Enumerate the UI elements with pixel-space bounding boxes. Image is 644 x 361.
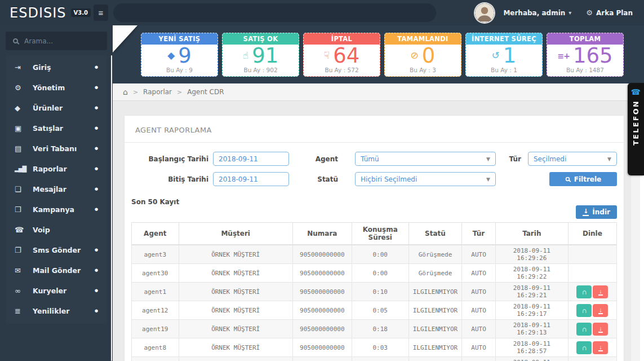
avatar-image: [475, 3, 494, 23]
user-menu[interactable]: Merhaba, admin ▾: [503, 9, 571, 17]
stat-card-satiş-ok[interactable]: SATIŞ OK☝91Bu Ay : 902: [222, 33, 299, 77]
number-cell: 905000000000: [292, 320, 352, 338]
stat-card-title: SATIŞ OK: [223, 33, 299, 45]
sms-icon: ❐: [15, 246, 27, 254]
banknote-icon: ▣: [15, 124, 27, 133]
customer-cell: ÖRNEK MÜŞTERİ: [179, 301, 292, 320]
start-date-input[interactable]: 2018-09-11: [213, 152, 289, 166]
home-icon[interactable]: ⌂: [123, 87, 128, 96]
agent-select[interactable]: Tümü ▼: [355, 152, 496, 166]
sidebar-item-mesajlar[interactable]: ❏Mesajlar●: [6, 179, 107, 199]
listen-button[interactable]: ∩: [576, 323, 592, 336]
listen-cell: ∩↓: [568, 301, 616, 320]
duration-cell: 0:05: [352, 301, 408, 320]
column-header-numara: Numara: [292, 223, 352, 245]
brand[interactable]: ESDISIS V3.0: [0, 5, 83, 21]
type-select[interactable]: Seçilmedi ▼: [528, 152, 617, 166]
stat-card-i̇nternet-süreç[interactable]: İNTERNET SÜREÇ↺1Bu Ay : 1: [465, 33, 543, 77]
filter-button[interactable]: Filtrele: [549, 172, 617, 186]
submenu-dot-icon: ●: [95, 126, 98, 130]
type-cell: AUTO: [462, 283, 495, 301]
column-header-konuşma-süresi: Konuşma Süresi: [352, 223, 408, 245]
stat-card-yeni̇-satiş[interactable]: YENİ SATIŞ◆9Bu Ay : 9: [141, 33, 218, 77]
sidebar-item-label: Yenilikler: [33, 307, 69, 315]
stat-card-tamamlandi[interactable]: TAMAMLANDI⊘0Bu Ay : 3: [384, 33, 461, 77]
submenu-dot-icon: ●: [95, 268, 98, 272]
tag-icon: ◆: [167, 51, 175, 60]
table-row: agent6ÖRNEK MÜŞTERİ9050000000000:00Görüş…: [132, 357, 617, 361]
date-cell: 2018-09-11 16:29:22: [495, 264, 568, 283]
listen-button[interactable]: ∩: [576, 285, 592, 298]
list-plus-icon: ≡+: [557, 52, 569, 60]
submenu-dot-icon: ●: [95, 65, 98, 69]
stats-band: YENİ SATIŞ◆9Bu Ay : 9SATIŞ OK☝91Bu Ay : …: [113, 25, 644, 83]
number-cell: 905000000000: [292, 338, 352, 357]
breadcrumb-item-agent-cdr: Agent CDR: [187, 88, 224, 96]
search-icon: [565, 177, 570, 182]
stat-card-subtitle: Bu Ay : 1487: [547, 67, 623, 76]
stat-card-title: İNTERNET SÜREÇ: [466, 33, 542, 45]
sidebar-item-giriş[interactable]: ⇥Giriş●: [6, 57, 107, 77]
sidebar-item-veri-tabanı[interactable]: ▤Veri Tabanı●: [6, 138, 107, 159]
comments-icon: ❏: [15, 185, 27, 193]
status-select[interactable]: Hiçbiri Seçilmedi ▼: [355, 172, 496, 186]
database-icon: ▤: [15, 144, 27, 153]
submenu-dot-icon: ●: [95, 85, 98, 90]
sidebar-toggle-button[interactable]: ≡: [94, 5, 108, 21]
status-cell: ILGILENMIYOR: [408, 283, 462, 301]
sidebar-item-sms-gönder[interactable]: ❐Sms Gönder●: [6, 240, 107, 260]
sidebar-item-label: Satışlar: [33, 124, 63, 133]
phone-tab-label: TELEFON: [632, 100, 640, 146]
table-row: agent3ÖRNEK MÜŞTERİ9050000000000:00Görüş…: [132, 245, 617, 264]
sidebar-item-raporlar[interactable]: ▂▅█Raporlar●: [6, 159, 107, 179]
chevron-down-icon: ▾: [569, 10, 571, 16]
stat-card-i̇ptal[interactable]: İPTAL☟64Bu Ay : 572: [303, 33, 380, 77]
sidebar-item-label: Voip: [33, 226, 50, 234]
breadcrumb-item-raporlar[interactable]: Raporlar: [143, 88, 172, 96]
date-cell: 2018-09-11 16:29:13: [495, 320, 568, 338]
sidebar-item-ürünler[interactable]: ◆Ürünler●: [6, 98, 107, 118]
avatar[interactable]: [475, 3, 494, 23]
breadcrumb: ⌂ > Raporlar > Agent CDR: [113, 83, 644, 101]
agent-cdr-table: AgentMüşteriNumaraKonuşma SüresiStatüTür…: [131, 222, 617, 361]
page-scrollbar[interactable]: [631, 175, 644, 361]
row-download-button[interactable]: ↓: [593, 323, 608, 336]
row-download-button[interactable]: ↓: [593, 341, 608, 354]
table-row: agent19ÖRNEK MÜŞTERİ9050000000000:18ILGI…: [132, 320, 617, 338]
agent-cell: agent6: [132, 357, 179, 361]
download-button-label: İndir: [592, 208, 610, 216]
submenu-dot-icon: ●: [95, 248, 98, 252]
sidebar-item-voip[interactable]: ☎Voip: [6, 219, 107, 240]
listen-button[interactable]: ∩: [576, 304, 592, 317]
download-button[interactable]: ↓ İndir: [576, 205, 617, 219]
panel-header: AGENT RAPORLAMA: [125, 116, 624, 143]
end-date-input[interactable]: 2018-09-11: [213, 172, 289, 186]
sidebar-search-input[interactable]: Arama...: [6, 32, 107, 50]
row-download-button[interactable]: ↓: [593, 304, 608, 317]
thumbs-up-icon: ☝: [243, 51, 248, 60]
customer-cell: ÖRNEK MÜŞTERİ: [179, 245, 292, 264]
sidebar-scrollbar[interactable]: [111, 55, 112, 361]
phone-tab[interactable]: ☎ TELEFON: [628, 83, 644, 175]
background-link[interactable]: ⚙ Arka Plan: [586, 8, 633, 17]
hamburger-icon: ≡: [99, 8, 104, 17]
stat-cards: YENİ SATIŞ◆9Bu Ay : 9SATIŞ OK☝91Bu Ay : …: [141, 33, 624, 77]
chevron-down-icon: ▼: [607, 156, 611, 162]
clipboard-icon: ❒: [15, 205, 27, 214]
sidebar-item-kampanya[interactable]: ❒Kampanya●: [6, 199, 107, 219]
sidebar-item-mail-gönder[interactable]: ✉Mail Gönder●: [6, 260, 107, 280]
records-count-label: Son 50 Kayıt: [131, 198, 179, 206]
stat-card-value: 91: [252, 45, 278, 66]
sidebar-item-kuryeler[interactable]: ∞Kuryeler●: [6, 280, 107, 301]
stat-card-toplam[interactable]: TOPLAM≡+165Bu Ay : 1487: [547, 33, 624, 77]
navbar-right: Merhaba, admin ▾ ⚙ Arka Plan: [475, 3, 644, 23]
breadcrumb-separator: >: [177, 89, 182, 96]
sidebar-item-label: Mesajlar: [33, 185, 66, 193]
row-download-button[interactable]: ↓: [593, 285, 608, 298]
sidebar-item-yenilikler[interactable]: ≣Yenilikler●: [6, 301, 107, 321]
listen-button[interactable]: ∩: [576, 341, 592, 354]
sidebar-item-satışlar[interactable]: ▣Satışlar●: [6, 118, 107, 138]
navbar-search-input[interactable]: [113, 3, 436, 22]
duration-cell: 0:00: [352, 245, 408, 264]
sidebar-item-yönetim[interactable]: ⚙Yönetim●: [6, 77, 107, 98]
